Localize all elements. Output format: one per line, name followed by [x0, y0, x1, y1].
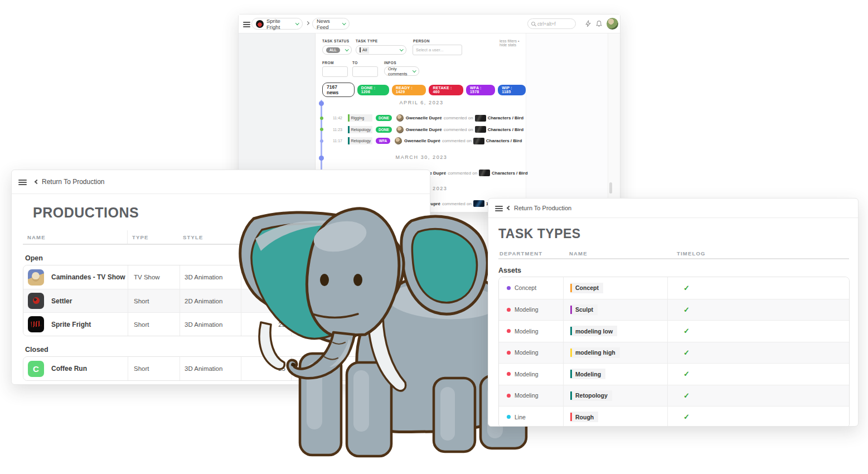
- page-selector[interactable]: News Feed: [312, 18, 350, 30]
- page-title: PRODUCTIONS: [33, 205, 139, 221]
- entity-thumbnail: [479, 170, 490, 176]
- task-type-name: Concept: [575, 284, 599, 291]
- column-header-name: NAME: [569, 250, 588, 257]
- production-thumbnail: [28, 293, 44, 309]
- task-type-chip: Retopology: [570, 390, 612, 401]
- task-type-row[interactable]: Modeling modeling low ✓: [499, 320, 849, 342]
- chevron-left-icon: [35, 180, 39, 184]
- production-thumbnail: [28, 269, 44, 286]
- from-label: FROM: [322, 61, 334, 65]
- department-name: Modeling: [515, 306, 539, 313]
- task-type-tag: Retopology: [348, 126, 372, 133]
- column-header-timelog: TIMELOG: [677, 250, 706, 257]
- timelog-check-icon: ✓: [683, 391, 690, 400]
- status-badge-wip[interactable]: WIP : 1185: [498, 85, 526, 95]
- production-name: Sprite Fright: [51, 321, 91, 328]
- return-to-production-link[interactable]: Return To Production: [35, 178, 105, 186]
- task-type-color-bar: [570, 306, 572, 314]
- task-type-row[interactable]: Concept Concept ✓: [499, 277, 849, 299]
- task-type-color-bar: [570, 391, 572, 400]
- to-input[interactable]: [352, 66, 378, 77]
- entry-target: Characters / Bird: [488, 127, 523, 132]
- task-type-row[interactable]: Modeling Sculpt ✓: [499, 299, 849, 321]
- timelog-check-icon: ✓: [683, 370, 690, 378]
- page-title: TASK TYPES: [498, 226, 581, 241]
- department-dot: [507, 394, 511, 398]
- status-badge-done[interactable]: DONE : 1206: [357, 85, 389, 95]
- timelog-check-icon: ✓: [683, 284, 690, 292]
- department-dot: [507, 286, 511, 290]
- status-badge-ready[interactable]: READY : 1429: [392, 85, 426, 95]
- infos-dropdown[interactable]: Only comments: [384, 66, 419, 76]
- entry-author: Gwenaelle Dupré: [406, 115, 442, 120]
- feed-date-header: MARCH 30, 2023: [327, 154, 516, 160]
- task-type-row[interactable]: Line Rough ✓: [499, 406, 849, 427]
- user-avatar[interactable]: [607, 18, 618, 30]
- chevron-down-icon: [295, 21, 299, 25]
- task-type-color-bar: [570, 413, 572, 421]
- chevron-down-icon: [400, 47, 403, 51]
- task-type-row[interactable]: Modeling Retopology ✓: [499, 385, 849, 407]
- feed-entry[interactable]: 11:23 Retopology DONE Gwenaelle Dupré co…: [316, 125, 523, 134]
- task-type-name: modeling high: [575, 349, 615, 356]
- page-selector-label: News Feed: [317, 18, 340, 30]
- section-label-assets: Assets: [498, 267, 521, 274]
- task-type-chip: All: [360, 47, 369, 54]
- status-badge-retake[interactable]: RETAKE : 460: [429, 85, 463, 95]
- chevron-down-icon: [345, 47, 348, 51]
- production-type: Short: [134, 298, 149, 304]
- task-types-group: Concept Concept ✓ Modeling Sculpt ✓ Mode…: [498, 277, 850, 427]
- production-type: Short: [134, 321, 149, 328]
- task-status-label: TASK STATUS: [322, 39, 349, 43]
- entry-time: 11:23: [330, 128, 342, 132]
- department-name: Modeling: [515, 349, 539, 356]
- department-dot: [507, 351, 511, 355]
- production-name: Caminandes - TV Show: [51, 273, 125, 281]
- task-status-dropdown[interactable]: ALL: [322, 45, 352, 55]
- project-selector[interactable]: Sprite Fright: [251, 18, 303, 30]
- menu-icon[interactable]: [243, 22, 250, 27]
- production-type: TV Show: [134, 274, 160, 280]
- author-avatar: [396, 126, 404, 133]
- entry-author: Gwenaelle Dupré: [406, 127, 442, 132]
- feed-date-header: APRIL 6, 2023: [327, 100, 516, 105]
- project-avatar: [256, 20, 264, 28]
- less-filters-link[interactable]: less filters • hide stats: [500, 39, 526, 47]
- project-selector-label: Sprite Fright: [266, 18, 293, 30]
- department-dot: [507, 329, 511, 333]
- entry-target: Characters / Bird: [492, 171, 527, 176]
- scrollbar-thumb[interactable]: [609, 182, 612, 194]
- person-input[interactable]: [413, 45, 462, 55]
- from-input[interactable]: [322, 66, 348, 77]
- infos-value: Only comments: [388, 66, 413, 76]
- entity-thumbnail: [473, 138, 484, 144]
- chevron-left-icon: [507, 206, 511, 210]
- task-type-dropdown[interactable]: All: [356, 45, 406, 55]
- task-type-tag: Rigging: [348, 114, 372, 122]
- task-types-topbar: Return To Production: [488, 199, 858, 218]
- feed-entry[interactable]: 11:42 Rigging DONE Gwenaelle Dupré comme…: [316, 114, 523, 123]
- quick-actions-icon[interactable]: [584, 20, 591, 27]
- entry-time: 11:17: [330, 139, 342, 143]
- production-style: 3D Animation: [185, 365, 222, 372]
- section-label-open: Open: [25, 254, 43, 262]
- news-total-badge: 7167 news: [322, 83, 355, 97]
- task-type-color-bar: [360, 47, 361, 52]
- task-type-tag: Retopology: [348, 137, 372, 144]
- task-type-value: All: [362, 47, 367, 52]
- column-header-style: STYLE: [183, 234, 203, 240]
- search-input[interactable]: [537, 21, 571, 27]
- notifications-bell-icon[interactable]: [595, 20, 603, 27]
- menu-icon[interactable]: [495, 206, 503, 211]
- menu-icon[interactable]: [18, 180, 27, 185]
- return-to-production-link[interactable]: Return To Production: [507, 205, 571, 211]
- timelog-check-icon: ✓: [683, 306, 690, 314]
- top-navbar: Sprite Fright News Feed: [239, 14, 620, 33]
- status-badge-wfa[interactable]: WFA : 1578: [466, 85, 495, 95]
- feed-entry[interactable]: 11:17 Retopology WFA Gwenaelle Dupré com…: [316, 137, 522, 146]
- task-type-row[interactable]: Modeling modeling high ✓: [499, 342, 849, 364]
- column-header-name: NAME: [27, 234, 46, 240]
- task-type-row[interactable]: Modeling Modeling ✓: [499, 363, 849, 385]
- production-style: 2D Animation: [185, 298, 222, 304]
- search-icon: [531, 22, 535, 26]
